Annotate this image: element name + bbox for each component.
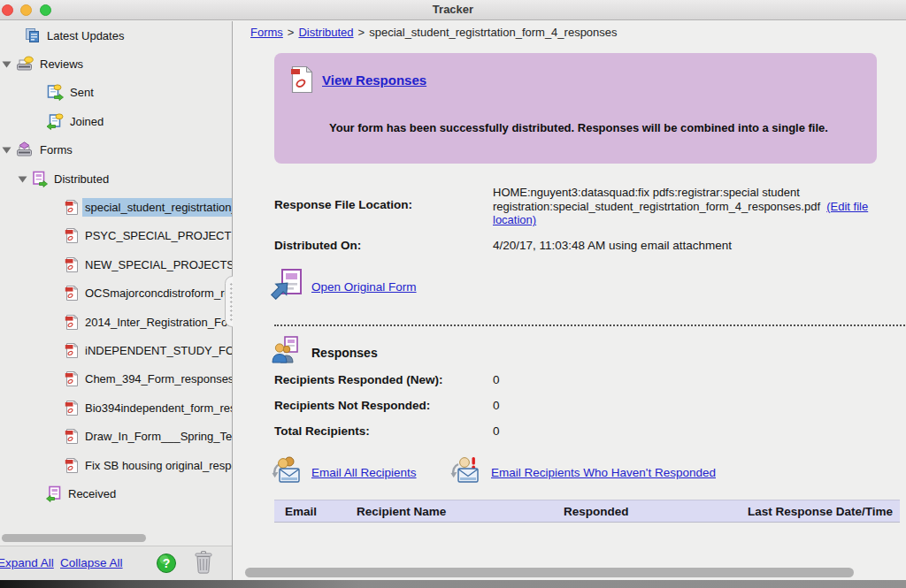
pdf-icon <box>65 227 79 244</box>
stat-label: Total Recipients: <box>274 424 493 438</box>
email-all-icon <box>271 456 301 488</box>
email-not-responded-link[interactable]: Email Recipients Who Haven't Responded <box>491 466 716 479</box>
pdf-icon <box>65 457 79 474</box>
sidebar-horizontal-scrollbar[interactable] <box>2 534 146 542</box>
sidebar-item-forms[interactable]: Forms <box>0 136 232 164</box>
stat-row: Total Recipients: 0 <box>274 418 646 444</box>
pdf-icon <box>65 400 79 416</box>
distributed-on-label: Distributed On: <box>274 239 361 252</box>
open-form-icon <box>271 268 304 302</box>
trash-icon[interactable] <box>193 550 214 578</box>
sidebar-tree: Latest Updates Reviews Sent Joined Forms… <box>0 21 232 508</box>
table-header-last-response-date-time: Last Response Date/Time <box>748 505 900 518</box>
svg-text:?: ? <box>163 556 171 570</box>
stat-value: 0 <box>493 373 500 386</box>
distributed-icon <box>32 171 48 187</box>
table-header-row: EmailRecipient NameRespondedLast Respons… <box>274 500 900 523</box>
responses-section-title: Responses <box>311 346 378 360</box>
pdf-icon <box>65 428 79 445</box>
stat-label: Recipients Responded (New): <box>274 373 493 386</box>
sidebar-item-reviews[interactable]: Reviews <box>0 50 232 78</box>
window-bottom-edge <box>0 580 906 588</box>
sidebar-item-special-student-registrtation-f[interactable]: special_student_registrtation_f <box>0 193 232 221</box>
tracker-window: Tracker Latest Updates Reviews Sent Join… <box>0 0 906 588</box>
email-all-recipients-link[interactable]: Email All Recipients <box>311 466 417 479</box>
joined-icon <box>46 113 64 130</box>
pdf-icon <box>65 370 79 387</box>
distributed-on-value: 4/20/17, 11:03:48 AM using email attachm… <box>493 239 732 252</box>
stat-row: Recipients Responded (New): 0 <box>274 367 646 393</box>
response-file-path: HOME:nguyent3:datasquad:fix pdfs:registr… <box>493 186 820 213</box>
sidebar-item-independent-study-form[interactable]: iNDEPENDENT_STUDY_FORM <box>0 336 232 364</box>
expand-all-link[interactable]: Expand All <box>0 556 54 569</box>
open-original-form-link[interactable]: Open Original Form <box>311 280 417 294</box>
table-header-email: Email <box>274 505 357 518</box>
responses-icon <box>272 336 300 366</box>
sent-icon <box>46 84 64 101</box>
selected-item-label: special_student_registrtation_f <box>82 198 232 217</box>
sidebar-item-chem-394-form-responses[interactable]: Chem_394_Form_responses <box>0 365 232 393</box>
stat-value: 0 <box>493 424 500 438</box>
sidebar-item-sent[interactable]: Sent <box>0 79 232 107</box>
sidebar-item-2014-inter-registration-form[interactable]: 2014_Inter_Registration_Form_ <box>0 308 232 336</box>
breadcrumb: Forms>Distributed>special_student_regist… <box>250 26 618 39</box>
banner-message: Your form has been successfully distribu… <box>280 118 871 137</box>
main-panel: Forms>Distributed>special_student_regist… <box>233 21 906 580</box>
response-file-location-label: Response File Location: <box>274 198 412 211</box>
table-header-recipient-name: Recipient Name <box>357 505 564 518</box>
forms-icon <box>16 141 34 158</box>
sidebar-item-bio394independent-form-resp[interactable]: Bio394independent_form_resp <box>0 393 232 422</box>
disclosure-triangle-icon[interactable] <box>18 174 28 184</box>
window-title: Tracker <box>0 3 906 16</box>
sidebar-item-distributed[interactable]: Distributed <box>0 164 232 193</box>
stat-label: Recipients Not Responded: <box>274 399 493 412</box>
table-header-responded: Responded <box>564 505 748 518</box>
view-responses-link[interactable]: View Responses <box>322 73 426 88</box>
disclosure-triangle-icon[interactable] <box>2 145 12 155</box>
pdf-icon <box>65 256 79 273</box>
sidebar-item-draw-in-form-spring-term[interactable]: Draw_In_Form___Spring_Term <box>0 422 232 450</box>
pdf-icon <box>65 314 79 331</box>
collapse-all-link[interactable]: Collapse All <box>60 556 123 569</box>
email-alert-icon <box>449 456 480 488</box>
distribution-banner: View Responses Your form has been succes… <box>274 53 877 164</box>
stat-value: 0 <box>493 399 500 412</box>
pdf-icon <box>65 285 79 302</box>
sidebar-item-fix-sb-housing-original-respor[interactable]: Fix SB housing original_respor <box>0 451 232 479</box>
sidebar-item-latest-updates[interactable]: Latest Updates <box>0 21 232 50</box>
sidebar-item-new-special-projects-f[interactable]: NEW_SPECIAL_PROJECTS_F <box>0 250 232 279</box>
stat-row: Recipients Not Responded: 0 <box>274 393 646 418</box>
pdf-icon <box>290 65 314 96</box>
breadcrumb-link-forms[interactable]: Forms <box>250 26 283 39</box>
pdf-icon <box>65 342 79 359</box>
main-horizontal-scrollbar[interactable] <box>245 568 854 577</box>
help-icon[interactable]: ? <box>156 553 177 577</box>
responses-stats: Recipients Responded (New): 0 Recipients… <box>274 367 646 444</box>
section-divider <box>274 325 905 326</box>
sidebar-footer: Expand All Collapse All ? <box>0 546 232 580</box>
received-icon <box>46 485 62 502</box>
sidebar-item-ocsmajorconcdistroform-resp[interactable]: OCSmajorconcdistroform_resp <box>0 279 232 308</box>
breadcrumb-separator: > <box>358 26 365 39</box>
breadcrumb-link-distributed[interactable]: Distributed <box>298 26 353 39</box>
sidebar-item-psyc-special-projects-i[interactable]: PSYC_SPECIAL_PROJECTS_I <box>0 222 232 250</box>
title-bar: Tracker <box>0 0 906 20</box>
sidebar: Latest Updates Reviews Sent Joined Forms… <box>0 21 232 580</box>
disclosure-triangle-icon[interactable] <box>2 59 12 69</box>
reviews-icon <box>16 56 34 73</box>
breadcrumb-current: special_student_registrtation_form_4_res… <box>369 26 617 39</box>
pdf-icon <box>65 199 79 216</box>
response-file-location-value: HOME:nguyent3:datasquad:fix pdfs:registr… <box>493 186 902 227</box>
sidebar-item-received[interactable]: Received <box>0 479 232 508</box>
breadcrumb-separator: > <box>288 26 295 39</box>
sidebar-item-joined[interactable]: Joined <box>0 107 232 135</box>
latest-updates-icon <box>25 27 41 43</box>
